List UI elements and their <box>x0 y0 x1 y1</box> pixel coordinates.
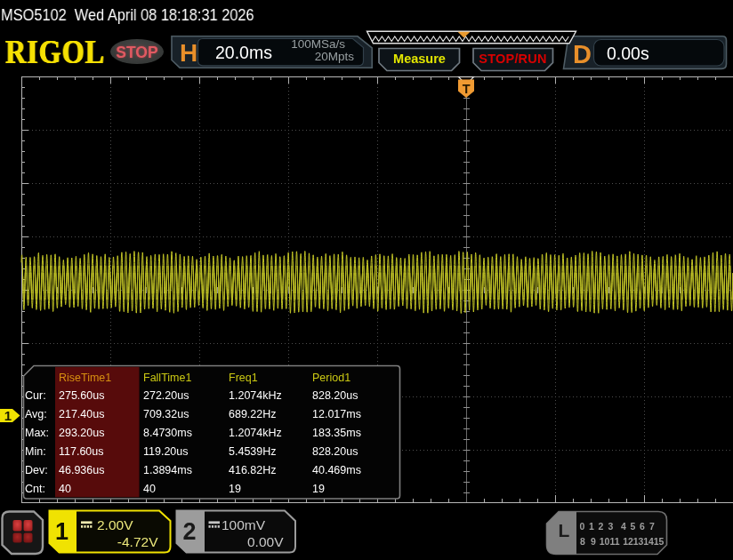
svg-text:1: 1 <box>589 521 594 532</box>
svg-text:10: 10 <box>600 536 610 547</box>
svg-text:7: 7 <box>649 521 655 532</box>
svg-text:4: 4 <box>621 521 626 532</box>
svg-text:15: 15 <box>654 536 665 547</box>
svg-text:11: 11 <box>609 536 619 547</box>
svg-text:12: 12 <box>623 536 633 547</box>
svg-text:L: L <box>559 520 570 540</box>
svg-text:0: 0 <box>580 521 585 532</box>
svg-text:6: 6 <box>640 521 645 532</box>
svg-text:5: 5 <box>631 521 636 532</box>
svg-text:8: 8 <box>580 536 585 547</box>
svg-text:14: 14 <box>643 536 654 547</box>
svg-text:1: 1 <box>4 408 12 423</box>
svg-text:T: T <box>463 82 471 96</box>
svg-text:9: 9 <box>591 536 596 547</box>
svg-text:3: 3 <box>608 521 614 532</box>
svg-text:13: 13 <box>633 536 644 547</box>
svg-text:2: 2 <box>599 521 604 532</box>
